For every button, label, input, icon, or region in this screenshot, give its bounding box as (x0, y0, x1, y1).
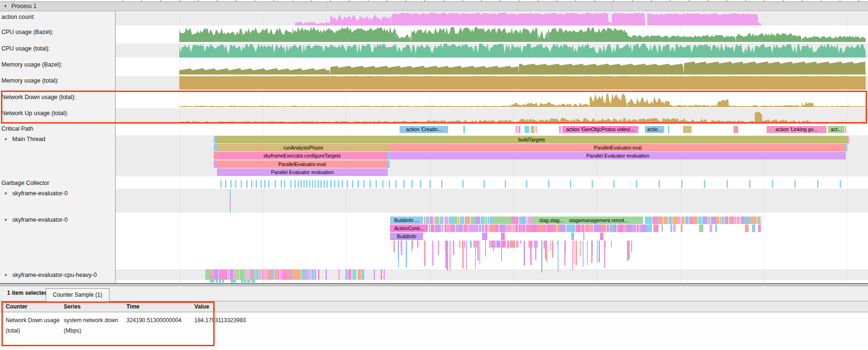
flame-slice[interactable] (290, 269, 292, 280)
gc-event-tick[interactable] (264, 180, 266, 188)
flame-slice[interactable] (271, 269, 274, 280)
flame-slice[interactable] (444, 217, 448, 224)
skyframe-slice[interactable]: stagemanagement.remot... (554, 217, 643, 224)
flame-slice[interactable] (531, 225, 536, 232)
gc-event-tick[interactable] (403, 180, 405, 188)
flame-slice[interactable] (496, 225, 499, 232)
counter-area-network-down-usage-total[interactable] (179, 93, 866, 107)
main-thread-slice-buildtargets[interactable]: buildTargets (216, 136, 848, 143)
flame-slice[interactable] (454, 217, 458, 224)
flame-slice[interactable] (431, 225, 435, 232)
flame-slice[interactable] (721, 217, 725, 224)
flame-slice[interactable] (485, 217, 488, 224)
flame-slice[interactable] (214, 269, 218, 280)
gc-event-tick[interactable] (726, 180, 728, 188)
flame-slice[interactable] (539, 225, 544, 232)
flame-slice[interactable] (430, 217, 433, 224)
gc-event-tick[interactable] (225, 180, 226, 188)
flame-slice[interactable] (426, 217, 430, 224)
panel-resize-handle[interactable] (0, 283, 868, 286)
flame-spike[interactable] (572, 241, 573, 271)
gc-event-tick[interactable] (548, 180, 550, 188)
flame-slice[interactable] (725, 217, 728, 224)
flame-slice[interactable] (711, 217, 716, 224)
cpu-heavy-subslice[interactable] (210, 280, 214, 283)
flame-spike[interactable] (557, 241, 558, 245)
flame-spike[interactable] (604, 241, 605, 268)
gc-event-tick[interactable] (441, 180, 442, 188)
gc-event-tick[interactable] (312, 180, 313, 188)
flame-slice[interactable] (292, 269, 296, 280)
critical-path-slice-actio-[interactable]: actio... (645, 126, 664, 133)
flame-slice[interactable] (564, 225, 566, 232)
flame-slice[interactable] (301, 269, 304, 280)
flame-spike[interactable] (501, 241, 502, 261)
flame-spike[interactable] (543, 241, 545, 249)
flame-slice[interactable] (685, 217, 689, 224)
flame-slice[interactable] (549, 225, 553, 232)
counter-area-memory-usage-bazel[interactable] (179, 61, 866, 75)
gc-event-tick[interactable] (298, 180, 299, 188)
gc-event-tick[interactable] (338, 180, 339, 188)
gc-event-tick[interactable] (315, 180, 316, 188)
flame-spike[interactable] (450, 241, 451, 270)
flame-spike[interactable] (541, 241, 542, 273)
col-header-value[interactable]: Value (194, 303, 209, 310)
flame-spike[interactable] (417, 241, 418, 248)
flame-spike[interactable] (565, 241, 566, 253)
flame-slice[interactable] (518, 225, 520, 232)
flame-spike[interactable] (462, 241, 464, 268)
flame-slice[interactable] (522, 217, 523, 224)
flame-spike[interactable] (552, 241, 553, 258)
flame-slice[interactable] (468, 225, 472, 232)
flame-spike[interactable] (574, 241, 575, 264)
gc-event-tick[interactable] (241, 180, 242, 188)
flame-slice[interactable] (734, 217, 736, 224)
col-header-time[interactable]: Time (126, 303, 140, 310)
flame-slice[interactable] (259, 269, 261, 280)
flame-slice[interactable] (600, 233, 603, 240)
flame-slice[interactable] (348, 269, 351, 280)
gc-event-tick[interactable] (303, 180, 305, 188)
flame-slice[interactable] (446, 225, 451, 232)
flame-slice[interactable] (210, 269, 212, 280)
gc-event-tick[interactable] (317, 180, 319, 188)
gc-event-tick[interactable] (324, 180, 325, 188)
cpu-heavy-subslice[interactable] (251, 280, 255, 283)
flame-slice[interactable] (749, 217, 751, 224)
flame-slice[interactable] (652, 217, 657, 224)
flame-slice[interactable] (581, 225, 584, 232)
gc-event-tick[interactable] (659, 180, 660, 188)
flame-slice[interactable] (516, 225, 518, 232)
critical-path-slice[interactable] (516, 126, 517, 133)
gc-event-tick[interactable] (352, 180, 353, 188)
flame-slice[interactable] (560, 225, 564, 232)
gc-event-tick[interactable] (306, 180, 308, 188)
main-thread-slice-skyframeexecutor-configureta[interactable]: skyframeExecutor.configureTargets (217, 152, 388, 159)
gc-event-tick[interactable] (363, 180, 365, 188)
flame-slice[interactable] (626, 225, 632, 232)
flame-spike[interactable] (447, 241, 448, 271)
flame-spike[interactable] (398, 241, 399, 267)
flame-slice[interactable] (512, 225, 515, 232)
time-ruler[interactable] (0, 0, 868, 1)
col-header-series[interactable]: Series (64, 303, 81, 310)
gc-event-tick[interactable] (309, 180, 310, 188)
main-thread-slice[interactable] (388, 160, 390, 168)
flame-spike[interactable] (520, 241, 521, 243)
gc-event-tick[interactable] (260, 180, 262, 188)
flame-slice[interactable] (729, 217, 731, 224)
flame-slice[interactable] (501, 225, 505, 232)
flame-spike[interactable] (466, 241, 467, 270)
flame-slice[interactable] (435, 225, 440, 232)
counter-chart-action-count[interactable] (0, 12, 868, 25)
flame-slice[interactable] (553, 225, 557, 232)
flame-slice[interactable] (536, 225, 539, 232)
cpu-heavy-sliver[interactable] (338, 269, 340, 280)
gc-event-tick[interactable] (636, 180, 637, 188)
flame-slice[interactable] (607, 225, 609, 232)
flame-slice[interactable] (663, 217, 668, 224)
gc-event-tick[interactable] (376, 180, 377, 188)
flame-slice[interactable] (709, 225, 712, 232)
skyframe-slice-buildinfo-[interactable]: BuildInfo ... (390, 217, 423, 224)
